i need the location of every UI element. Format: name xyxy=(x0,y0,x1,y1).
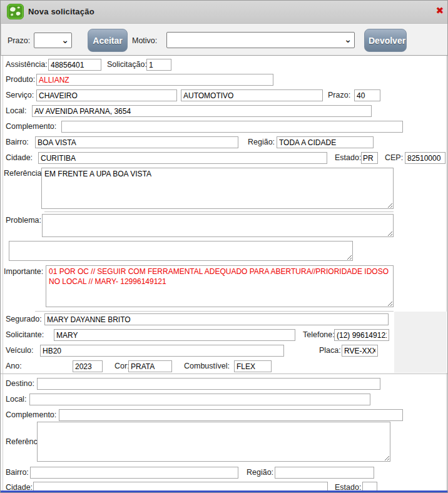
segurado-label: Segurado: xyxy=(6,315,42,323)
motivo-select[interactable] xyxy=(166,32,355,48)
produto-input[interactable] xyxy=(36,74,273,86)
cor-label: Cor: xyxy=(115,362,130,370)
separator xyxy=(35,311,394,312)
destino-complemento-input[interactable] xyxy=(59,409,403,421)
servico-input[interactable] xyxy=(36,89,177,101)
cep-label: CEP: xyxy=(385,153,403,162)
complemento-input[interactable] xyxy=(61,121,403,133)
cidade-label: Cidade: xyxy=(6,153,33,162)
solicitacao-input[interactable] xyxy=(146,59,171,71)
destino-referencia-textarea[interactable] xyxy=(37,422,390,462)
regiao-label: Região: xyxy=(248,138,275,146)
veiculo-input[interactable] xyxy=(40,345,284,357)
placa-input[interactable] xyxy=(342,345,378,357)
panel-left-border xyxy=(3,56,3,490)
panel-right-border xyxy=(446,56,447,490)
toolbar-motivo-label: Motivo: xyxy=(132,36,157,45)
dialog-title: Nova solicitação xyxy=(28,7,94,16)
bairro-label: Bairro: xyxy=(6,138,29,146)
prazo-label: Prazo: xyxy=(328,91,350,99)
problema-extra-textarea[interactable] xyxy=(9,241,353,261)
solicitacao-label: Solicitação: xyxy=(107,60,147,69)
referencias-textarea[interactable]: EM FRENTE A UPA BOA VISTA xyxy=(41,168,394,209)
combustivel-input[interactable] xyxy=(234,360,272,372)
destino-complemento-label: Complemento: xyxy=(6,410,56,419)
servico-tipo-input[interactable] xyxy=(181,89,323,101)
bairro-input[interactable] xyxy=(35,136,238,148)
cor-input[interactable] xyxy=(128,360,172,372)
destino-local-input[interactable] xyxy=(29,394,370,405)
ano-label: Ano: xyxy=(6,362,22,370)
destino-label: Destino: xyxy=(6,379,34,388)
aceitar-button[interactable]: Aceitar xyxy=(88,29,128,52)
destino-input[interactable] xyxy=(37,378,380,390)
prazo-select-wrap: ⌄ xyxy=(34,33,72,48)
toolbar-prazo-label: Prazo: xyxy=(8,36,30,45)
prazo-select[interactable] xyxy=(34,33,72,48)
veiculo-label: Veículo: xyxy=(6,346,33,355)
destino-bairro-label: Bairro: xyxy=(6,468,29,477)
estado-label: Estado: xyxy=(335,153,361,162)
nova-solicitacao-dialog: Nova solicitação ✖ Prazo: ⌄ Aceitar Moti… xyxy=(0,0,448,493)
devolver-button[interactable]: Devolver xyxy=(364,29,407,52)
problema-textarea[interactable] xyxy=(42,214,394,237)
bottom-window-edge xyxy=(1,490,448,493)
importante-label: Importante: xyxy=(4,267,43,276)
cidade-input[interactable] xyxy=(38,152,327,164)
separator xyxy=(44,211,394,212)
destino-bairro-input[interactable] xyxy=(30,467,238,479)
motivo-select-wrap: ⌄ xyxy=(166,32,355,48)
estado-input[interactable] xyxy=(361,152,378,164)
title-bar: Nova solicitação ✖ xyxy=(1,1,448,24)
segurado-input[interactable] xyxy=(44,313,389,325)
close-icon[interactable]: ✖ xyxy=(435,6,444,15)
toolbar: Prazo: ⌄ Aceitar Motivo: ⌄ Devolver xyxy=(1,24,448,56)
complemento-label: Complemento: xyxy=(6,122,56,131)
destino-regiao-input[interactable] xyxy=(275,467,374,479)
assistencia-input[interactable] xyxy=(48,59,101,71)
assistencia-label: Assistência: xyxy=(6,60,48,69)
globe-icon xyxy=(7,4,24,19)
telefone-input[interactable] xyxy=(334,329,389,341)
panel-margin xyxy=(394,312,447,373)
local-input[interactable] xyxy=(32,105,372,117)
produto-label: Produto: xyxy=(6,75,35,84)
destino-local-label: Local: xyxy=(6,395,26,404)
regiao-input[interactable] xyxy=(277,136,374,148)
ano-input[interactable] xyxy=(73,360,103,372)
placa-label: Placa: xyxy=(319,346,341,355)
servico-label: Serviço: xyxy=(6,91,34,99)
local-label: Local: xyxy=(6,106,26,115)
problema-label: Problema: xyxy=(6,216,41,225)
destino-regiao-label: Região: xyxy=(247,468,273,477)
solicitante-input[interactable] xyxy=(54,329,295,341)
cep-input[interactable] xyxy=(405,152,445,164)
separator xyxy=(1,374,448,374)
telefone-label: Telefone: xyxy=(303,330,335,339)
prazo-input[interactable] xyxy=(354,89,380,101)
solicitante-label: Solicitante: xyxy=(6,330,44,339)
combustivel-label: Combustível: xyxy=(184,362,230,370)
importante-textarea[interactable]: 01 POR OC // SEGUIR COM FERRAMENTAL ADEQ… xyxy=(46,265,394,307)
